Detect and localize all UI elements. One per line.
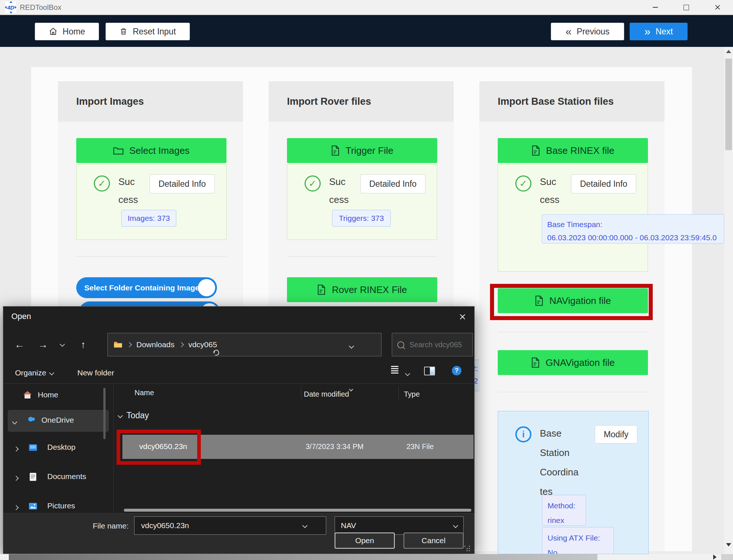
back-button[interactable]: ← <box>12 337 27 352</box>
navigation-file-button[interactable]: NAVigation file <box>498 288 648 313</box>
home-icon <box>49 27 58 36</box>
vertical-scrollbar[interactable] <box>724 47 733 554</box>
list-horizontal-scrollbar[interactable] <box>124 509 471 512</box>
chevron-down-icon[interactable] <box>13 419 16 425</box>
pictures-icon <box>29 503 37 509</box>
new-folder-button[interactable]: New folder <box>77 364 114 382</box>
gnavigation-file-button[interactable]: GNAVigation file <box>498 350 648 375</box>
reset-input-label: Reset Input <box>133 27 176 37</box>
cancel-button[interactable]: Cancel <box>404 533 464 549</box>
sidebar-scrollbar[interactable] <box>103 388 106 439</box>
column-header-date[interactable]: Date modified <box>304 390 349 398</box>
select-folder-toggle-label: Select Folder Containing Images <box>84 283 204 292</box>
success-check-icon: ✓ <box>94 175 110 192</box>
sidebar-item-documents[interactable]: Documents <box>8 466 109 488</box>
dialog-close-button[interactable] <box>452 308 473 326</box>
logo-arrow-up-icon <box>10 1 12 3</box>
modify-button-label: Modify <box>604 430 629 440</box>
app-window: 4D REDToolBox Home Reset Input « Previo <box>0 0 733 560</box>
maximize-button[interactable] <box>677 0 696 15</box>
file-name-combobox[interactable] <box>134 516 326 535</box>
column-separator[interactable] <box>398 386 399 400</box>
up-button[interactable]: ↑ <box>76 337 91 352</box>
rover-rinex-button[interactable]: Rover RINEX File <box>287 277 437 302</box>
next-button[interactable]: » Next <box>630 23 688 40</box>
previous-button[interactable]: « Previous <box>551 23 624 40</box>
scroll-up-arrow[interactable] <box>726 50 731 53</box>
scroll-down-arrow[interactable] <box>726 543 731 546</box>
scroll-right-arrow[interactable] <box>713 555 717 560</box>
select-images-button[interactable]: Select Images <box>76 138 226 163</box>
sidebar-item-home[interactable]: Home <box>23 386 107 404</box>
logo-arrow-left-icon <box>5 6 7 9</box>
column-header-type[interactable]: Type <box>404 390 420 398</box>
app-logo-text: 4D <box>7 4 14 11</box>
chevron-right-icon[interactable] <box>14 504 18 511</box>
select-images-label: Select Images <box>129 145 190 156</box>
main-toolbar: Home Reset Input « Previous » Next <box>0 15 733 47</box>
document-icon <box>531 145 540 156</box>
rover-rinex-label: Rover RINEX File <box>332 284 407 296</box>
preview-pane-button[interactable] <box>424 367 435 377</box>
reset-input-button[interactable]: Reset Input <box>106 23 190 40</box>
file-type-value: NAV <box>341 521 356 530</box>
home-button-label: Home <box>63 27 85 37</box>
address-dropdown-button[interactable] <box>350 343 353 349</box>
open-button[interactable]: Open <box>335 533 395 549</box>
view-list-button[interactable] <box>391 366 398 376</box>
chevron-down-icon <box>49 370 54 375</box>
breadcrumb-downloads[interactable]: Downloads <box>136 340 174 349</box>
recent-locations-chevron[interactable] <box>57 339 68 350</box>
modify-button[interactable]: Modify <box>595 425 637 444</box>
column-header-name[interactable]: Name <box>135 389 154 397</box>
search-box[interactable] <box>392 333 473 356</box>
horizontal-scrollbar[interactable] <box>0 554 733 560</box>
file-name-input[interactable] <box>140 521 303 530</box>
column-separator[interactable] <box>301 386 301 400</box>
group-header-label: Today <box>126 411 149 420</box>
sidebar-item-desktop[interactable]: Desktop <box>8 437 109 459</box>
sidebar-item-onedrive[interactable]: OneDrive <box>8 410 109 432</box>
rover-detailed-info-button[interactable]: Detailed Info <box>360 174 426 193</box>
chevron-right-icon <box>179 342 184 347</box>
help-button[interactable]: ? <box>452 366 461 375</box>
base-detailed-info-label: Detailed Info <box>580 179 627 189</box>
file-type-dropdown[interactable]: NAV <box>335 516 464 535</box>
sidebar-item-label: Documents <box>47 472 86 481</box>
vertical-scroll-thumb[interactable] <box>725 59 732 150</box>
breadcrumb-folder[interactable]: vdcy065 <box>188 340 217 349</box>
rover-detailed-info-label: Detailed Info <box>369 179 416 189</box>
base-rinex-button[interactable]: Base RINEX file <box>498 138 648 163</box>
base-detailed-info-button[interactable]: Detailed Info <box>571 174 636 193</box>
search-input[interactable] <box>409 340 465 349</box>
close-button[interactable] <box>707 0 728 15</box>
divider <box>498 332 648 332</box>
images-count-badge: Images: 373 <box>121 210 176 227</box>
horizontal-scroll-thumb[interactable] <box>9 554 597 560</box>
sidebar-item-label: Home <box>38 390 58 399</box>
chevron-down-icon <box>302 523 307 528</box>
rover-status-text: Suc cess <box>329 173 364 209</box>
trigger-file-button[interactable]: Trigger File <box>287 138 437 163</box>
select-folder-toggle[interactable]: Select Folder Containing Images <box>76 277 217 298</box>
chevron-right-icon[interactable] <box>14 446 18 452</box>
forward-button[interactable]: → <box>36 337 50 352</box>
group-header-today[interactable]: Today <box>118 411 149 420</box>
success-check-icon: ✓ <box>305 175 321 192</box>
previous-button-label: Previous <box>577 27 609 37</box>
home-button[interactable]: Home <box>35 23 99 40</box>
method-badge: Method: rinex <box>542 495 586 526</box>
organize-menu[interactable]: Organize <box>15 364 54 382</box>
gnavigation-file-label: GNAVigation file <box>546 357 615 368</box>
images-detailed-info-button[interactable]: Detailed Info <box>150 174 215 193</box>
minimize-button[interactable] <box>646 0 665 15</box>
chevron-right-icon[interactable] <box>14 475 18 482</box>
home-icon <box>23 391 32 399</box>
double-chevron-left-icon: « <box>566 26 572 37</box>
minimize-icon <box>653 7 658 8</box>
refresh-button[interactable] <box>213 349 220 357</box>
resize-grip[interactable] <box>464 546 465 547</box>
base-coordinates-title: Base Station Coordina tes <box>540 424 595 501</box>
view-options-chevron[interactable] <box>406 370 409 377</box>
address-bar[interactable]: Downloads vdcy065 <box>107 333 382 356</box>
